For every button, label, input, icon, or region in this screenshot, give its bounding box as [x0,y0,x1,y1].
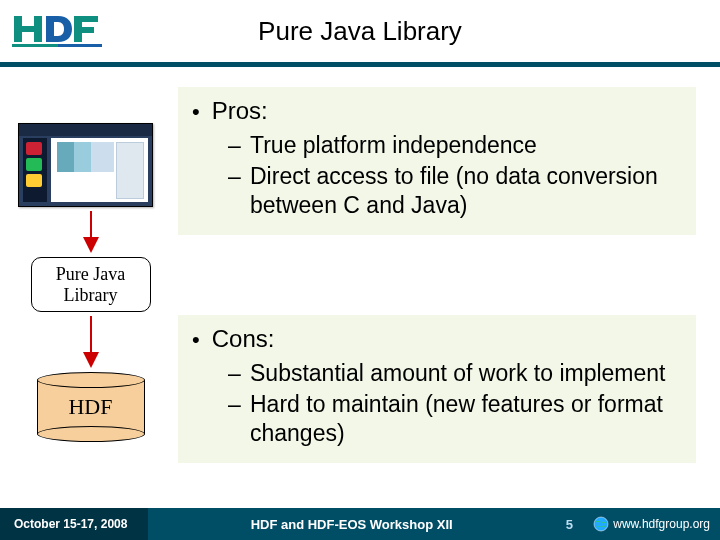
cons-item: Hard to maintain (new features or format… [250,390,682,448]
cons-block: • Cons: – Substantial amount of work to … [178,315,696,463]
slide-title: Pure Java Library [0,0,720,47]
svg-rect-1 [58,44,102,47]
slide-header: Pure Java Library [0,0,720,62]
hdf-label: HDF [37,394,145,420]
arrow-down-icon [77,211,105,253]
app-screenshot-thumb [18,123,153,207]
pros-item: Direct access to file (no data conversio… [250,162,682,220]
hdf-logo [12,8,102,48]
globe-icon [593,516,609,532]
footer-workshop: HDF and HDF-EOS Workshop XII [148,517,555,532]
pjl-label-line2: Library [36,285,146,306]
pros-block: • Pros: – True platform independence – D… [178,87,696,235]
pros-item: True platform independence [250,131,537,160]
dash-icon: – [228,359,240,388]
dash-icon: – [228,162,240,191]
pros-heading: Pros: [212,97,268,125]
bullet-dot-icon: • [192,325,200,355]
footer-page-number: 5 [555,517,583,532]
bullet-dot-icon: • [192,97,200,127]
diagram-column: Pure Java Library HDF [18,123,163,442]
svg-point-6 [594,517,608,531]
svg-marker-3 [83,237,99,253]
pure-java-library-box: Pure Java Library [31,257,151,312]
pjl-label-line1: Pure Java [36,264,146,285]
footer-date: October 15-17, 2008 [0,508,148,540]
cons-item: Substantial amount of work to implement [250,359,665,388]
dash-icon: – [228,390,240,419]
cons-heading: Cons: [212,325,275,353]
dash-icon: – [228,131,240,160]
svg-marker-5 [83,352,99,368]
slide-content: Pure Java Library HDF • Pros: – True pla… [0,67,720,507]
arrow-down-icon [77,316,105,368]
hdf-cylinder: HDF [37,372,145,442]
slide-footer: October 15-17, 2008 HDF and HDF-EOS Work… [0,508,720,540]
footer-url-block: www.hdfgroup.org [583,516,720,532]
footer-url: www.hdfgroup.org [613,517,710,531]
